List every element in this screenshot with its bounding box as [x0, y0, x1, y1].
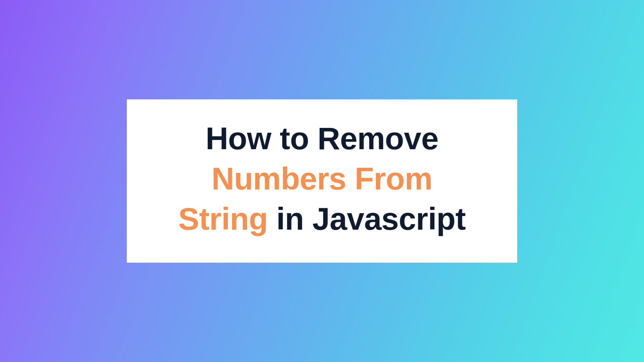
- title-line-1: How to Remove: [206, 121, 439, 156]
- title-line-3-highlight: String: [178, 201, 268, 237]
- title-line-2: Numbers From: [212, 161, 433, 196]
- main-title: How to Remove Numbers From String in Jav…: [151, 119, 493, 239]
- title-card: How to Remove Numbers From String in Jav…: [127, 99, 517, 262]
- gradient-background: How to Remove Numbers From String in Jav…: [0, 0, 644, 362]
- title-line-3-rest: in Javascript: [268, 201, 466, 237]
